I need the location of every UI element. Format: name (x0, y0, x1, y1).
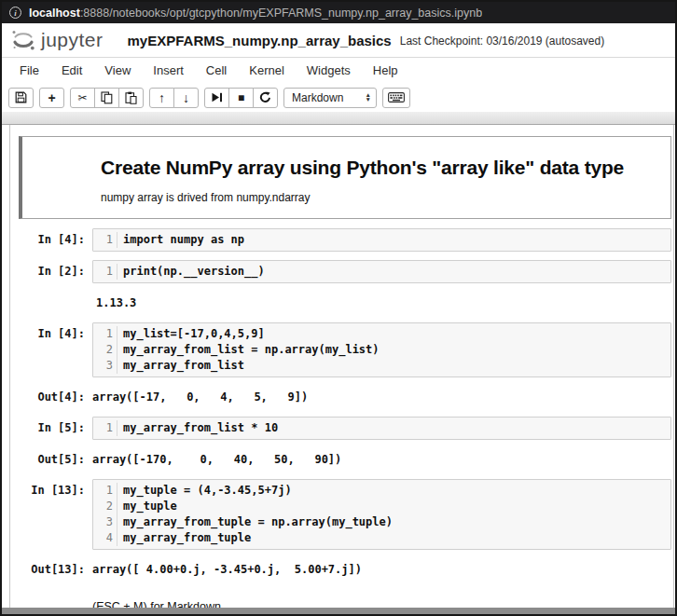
line-number-gutter: 1 (93, 264, 117, 280)
copy-cell-button[interactable] (94, 88, 119, 108)
window-bottom-edge (2, 608, 675, 614)
code-input[interactable]: 1 2 3 my_list=[-17,0,4,5,9] my_array_fro… (92, 322, 671, 377)
output-prompt-empty (10, 292, 92, 309)
line-number-gutter: 1 (93, 232, 117, 248)
restart-kernel-button[interactable] (253, 88, 278, 108)
save-icon (15, 91, 27, 103)
interrupt-kernel-button[interactable]: ■ (228, 88, 254, 108)
code-line: my_array_from_tuple = np.array(my_tuple) (123, 514, 393, 530)
url-text[interactable]: localhost:8888/notebooks/opt/gtcpython/m… (29, 7, 482, 20)
input-prompt: In [13]: (10, 479, 92, 550)
dropdown-spinner-icon: ▲ ▼ (366, 93, 371, 102)
stop-icon: ■ (238, 91, 244, 104)
code-line: my_array_from_list = np.array(my_list) (123, 342, 380, 358)
cell-type-value: Markdown (292, 91, 366, 104)
code-cell-version: In [2]: 1 print(np.__version__) (10, 260, 671, 283)
stream-output-row: 1.13.3 (10, 292, 673, 309)
paste-cell-button[interactable] (118, 88, 144, 108)
checkpoint-status: Last Checkpoint: 03/16/2019 (autosaved) (400, 33, 604, 48)
output-row: Out[4]: array([-17, 0, 4, 5, 9]) (10, 386, 673, 404)
input-prompt: In [4]: (10, 228, 92, 252)
copy-icon (101, 91, 113, 104)
result-output: array([-170, 0, 40, 50, 90]) (92, 448, 341, 466)
code-line: my_tuple = (4,-3.45,5+7j) (123, 483, 393, 499)
paste-icon (125, 91, 137, 104)
notebook-subheading: numpy array is drived from numpy.ndarray (101, 191, 661, 204)
code-line: my_tuple (123, 499, 393, 514)
arrow-down-icon: ↓ (183, 90, 189, 105)
browser-address-bar[interactable]: i localhost:8888/notebooks/opt/gtcpython… (2, 2, 675, 23)
move-cell-up-button[interactable]: ↑ (149, 88, 174, 108)
line-number-gutter: 1 2 3 (93, 326, 117, 374)
site-info-icon[interactable]: i (9, 7, 21, 19)
result-output: array([ 4.00+0.j, -3.45+0.j, 5.00+7.j]) (92, 558, 362, 576)
notebook-area: Create NumPy array using Python's "array… (9, 125, 674, 608)
restart-icon (259, 91, 271, 103)
menu-bar: File Edit View Insert Cell Kernel Widget… (2, 58, 675, 83)
code-input[interactable]: 1 2 3 4 my_tuple = (4,-3.45,5+7j) my_tup… (92, 479, 671, 550)
notebook-header: jupyter myEXPFARMS_numpy.np_array_basics… (2, 23, 675, 58)
output-row: Out[13]: array([ 4.00+0.j, -3.45+0.j, 5.… (10, 558, 673, 576)
cut-cell-button[interactable]: ✂ (70, 88, 95, 108)
menu-edit[interactable]: Edit (50, 60, 93, 81)
code-input[interactable]: 1 my_array_from_list * 10 (92, 417, 671, 440)
menu-kernel[interactable]: Kernel (238, 60, 296, 81)
run-icon (211, 92, 223, 103)
code-line: print(np.__version__) (123, 264, 265, 280)
line-number-gutter: 1 (93, 420, 117, 436)
jupyter-wordmark[interactable]: jupyter (41, 29, 104, 51)
scissors-icon: ✂ (77, 91, 87, 104)
menu-insert[interactable]: Insert (142, 60, 195, 81)
code-cell-multiply: In [5]: 1 my_array_from_list * 10 (10, 417, 671, 440)
cell-type-dropdown[interactable]: Markdown ▲ ▼ (283, 88, 377, 108)
save-button[interactable] (8, 88, 34, 108)
result-output: array([-17, 0, 4, 5, 9]) (92, 386, 308, 404)
code-cell-list: In [4]: 1 2 3 my_list=[-17,0,4,5,9] my_a… (10, 322, 671, 377)
stream-output: 1.13.3 (92, 292, 136, 309)
markdown-cell-esc-note[interactable]: (ESC + M) for Markdown. (10, 589, 673, 608)
menu-help[interactable]: Help (362, 60, 409, 81)
code-line: my_list=[-17,0,4,5,9] (123, 326, 380, 342)
menu-cell[interactable]: Cell (195, 60, 238, 81)
code-line: my_array_from_list * 10 (123, 420, 278, 436)
output-prompt: Out[13]: (10, 558, 92, 576)
markdown-cell-title[interactable]: Create NumPy array using Python's "array… (19, 136, 671, 219)
toolbar: + ✂ (2, 83, 675, 112)
code-line: my_array_from_tuple (123, 530, 393, 546)
notebook-heading: Create NumPy array using Python's "array… (101, 157, 661, 179)
url-host: localhost (29, 7, 80, 20)
code-input[interactable]: 1 import numpy as np (92, 228, 671, 252)
code-line: my_array_from_list (123, 358, 380, 374)
line-number-gutter: 1 2 3 4 (93, 483, 117, 546)
input-prompt: In [2]: (10, 260, 92, 283)
menu-view[interactable]: View (93, 60, 142, 81)
output-prompt: Out[5]: (10, 448, 92, 466)
header-divider (2, 112, 675, 125)
code-input[interactable]: 1 print(np.__version__) (92, 260, 671, 283)
add-cell-button[interactable]: + (39, 88, 64, 108)
menu-file[interactable]: File (8, 60, 50, 81)
input-prompt: In [4]: (10, 322, 92, 377)
url-path: :8888/notebooks/opt/gtcpython/myEXPFARMS… (80, 7, 482, 20)
run-cell-button[interactable] (204, 88, 229, 108)
jupyter-logo-icon[interactable] (11, 28, 35, 52)
browser-window: i localhost:8888/notebooks/opt/gtcpython… (0, 0, 677, 616)
command-palette-button[interactable] (382, 88, 410, 108)
code-line: import numpy as np (123, 232, 244, 248)
move-cell-down-button[interactable]: ↓ (173, 88, 199, 108)
keyboard-icon (388, 92, 405, 103)
input-prompt: In [5]: (10, 417, 92, 440)
notebook-title[interactable]: myEXPFARMS_numpy.np_array_basics (128, 33, 392, 48)
plus-icon: + (48, 90, 55, 105)
output-row: Out[5]: array([-170, 0, 40, 50, 90]) (10, 448, 673, 466)
code-cell-import: In [4]: 1 import numpy as np (10, 228, 671, 252)
menu-widgets[interactable]: Widgets (296, 60, 362, 81)
output-prompt: Out[4]: (10, 386, 92, 404)
arrow-up-icon: ↑ (159, 90, 165, 105)
code-cell-tuple: In [13]: 1 2 3 4 my_tuple = (4,-3.45,5+7… (10, 479, 671, 550)
